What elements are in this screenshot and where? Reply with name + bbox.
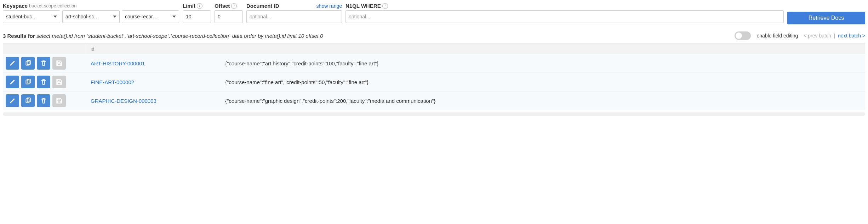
n1ql-where-field[interactable] [349,14,781,19]
keyspace-label-text: Keyspace [3,3,28,9]
document-id-link[interactable]: FINE-ART-000002 [87,79,225,85]
offset-value: 0 [218,14,221,19]
row-actions [3,94,87,107]
id-header[interactable]: id [87,44,225,54]
edit-icon [9,79,16,85]
delete-icon [40,60,47,66]
show-range-link[interactable]: show range [316,3,342,9]
keyspace-sublabel: bucket.scope.collection [29,3,76,8]
batch-navigation: < prev batch | next batch > [804,33,865,39]
limit-value: 10 [186,14,192,19]
keyspace-label: Keyspace bucket.scope.collection [3,3,179,9]
n1ql-where-input[interactable] [346,10,784,23]
info-icon[interactable]: i [197,3,202,9]
results-table: id ART-HISTORY-000001{"course-name":"art… [3,43,865,116]
document-id-field[interactable] [250,14,339,19]
document-id-label-row: Document ID show range [246,3,342,9]
edit-icon [9,60,16,66]
row-actions [3,76,87,88]
next-batch-link[interactable]: next batch > [838,33,865,39]
horizontal-scrollbar[interactable] [3,112,865,116]
n1ql-where-label-text: N1QL WHERE [346,3,381,9]
offset-input[interactable]: 0 [215,10,243,23]
document-id-group: Document ID show range [246,3,342,23]
copy-icon [25,79,31,85]
save-icon [56,79,62,85]
edit-icon [9,98,16,104]
info-icon[interactable]: i [382,3,388,9]
table-row: ART-HISTORY-000001{"course-name":"art hi… [3,54,865,73]
document-content: {"course-name":"graphic design","credit-… [225,98,865,104]
offset-label: Offset i [215,3,243,9]
save-button [52,94,66,107]
limit-label-text: Limit [183,3,195,9]
delete-icon [40,98,47,104]
save-button [52,57,66,70]
scope-select[interactable]: art-school-sc… [62,10,120,23]
copy-button[interactable] [21,57,35,70]
limit-group: Limit i 10 [183,3,211,23]
document-id-label: Document ID [246,3,279,9]
collection-select[interactable]: course-recor… [122,10,179,23]
delete-button[interactable] [37,94,50,107]
bucket-select[interactable]: student-buc… [3,10,60,23]
edit-button[interactable] [6,94,19,107]
document-id-link[interactable]: GRAPHIC-DESIGN-000003 [87,98,225,104]
document-content: {"course-name":"art history","credit-poi… [225,60,865,66]
edit-button[interactable] [6,57,19,70]
document-id-input[interactable] [246,10,342,23]
n1ql-where-group: N1QL WHERE i [346,3,784,23]
copy-button[interactable] [21,94,35,107]
save-button [52,76,66,88]
actions-header [3,44,87,54]
document-content: {"course-name":"fine art","credit-points… [225,79,865,85]
table-header: id [3,43,865,54]
table-body: ART-HISTORY-000001{"course-name":"art hi… [3,54,865,110]
chevron-down-icon [53,16,57,18]
delete-icon [40,79,47,85]
delete-button[interactable] [37,57,50,70]
document-id-link[interactable]: ART-HISTORY-000001 [87,60,225,66]
enable-field-editing-toggle[interactable] [735,31,751,40]
n1ql-where-label: N1QL WHERE i [346,3,784,9]
row-actions [3,57,87,70]
edit-button[interactable] [6,76,19,88]
batch-separator: | [834,33,835,39]
keyspace-group: Keyspace bucket.scope.collection student… [3,3,179,23]
table-row: FINE-ART-000002{"course-name":"fine art"… [3,73,865,92]
retrieve-group: Retrieve Docs [787,3,865,24]
limit-input[interactable]: 10 [183,10,211,23]
chevron-down-icon [113,16,116,18]
offset-group: Offset i 0 [215,3,243,23]
results-query: select meta().id from `student-bucket`.`… [36,33,323,39]
copy-icon [25,60,31,66]
chevron-down-icon [172,16,176,18]
results-count: 3 Results for [3,33,35,39]
collection-select-value: course-recor… [125,14,158,19]
info-icon[interactable]: i [231,3,237,9]
table-row: GRAPHIC-DESIGN-000003{"course-name":"gra… [3,92,865,110]
spacer [787,3,865,10]
offset-label-text: Offset [215,3,230,9]
limit-label: Limit i [183,3,211,9]
filters-row: Keyspace bucket.scope.collection student… [3,3,865,24]
enable-field-editing-label: enable field editing [756,33,798,39]
prev-batch-link: < prev batch [804,33,831,39]
results-summary-row: 3 Results for select meta().id from `stu… [3,31,865,40]
delete-button[interactable] [37,76,50,88]
save-icon [56,60,62,66]
save-icon [56,98,62,104]
results-text: 3 Results for select meta().id from `stu… [3,32,729,40]
scope-select-value: art-school-sc… [65,14,99,19]
copy-button[interactable] [21,76,35,88]
retrieve-docs-button[interactable]: Retrieve Docs [787,12,865,24]
copy-icon [25,98,31,104]
bucket-select-value: student-buc… [6,14,37,19]
